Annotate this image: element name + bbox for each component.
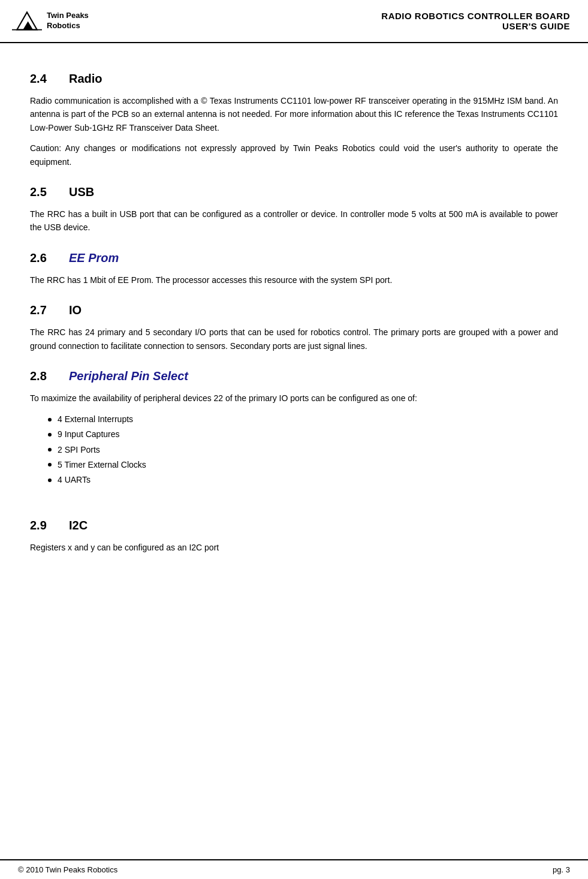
list-item: 4 External Interrupts xyxy=(48,412,558,427)
header-title-line1: RADIO ROBOTICS CONTROLLER BOARD xyxy=(381,11,570,21)
bullet-dot xyxy=(48,478,52,482)
bullet-dot xyxy=(48,448,52,451)
section-2-7-heading: 2.7 IO xyxy=(30,303,558,317)
bullet-text-1: 4 External Interrupts xyxy=(58,412,133,427)
section-2-5-para-1: The RRC has a built in USB port that can… xyxy=(30,207,558,234)
bullet-dot xyxy=(48,463,52,466)
logo-area: Twin Peaks Robotics xyxy=(12,6,89,36)
section-2-8-heading: 2.8 Peripheral Pin Select xyxy=(30,369,558,383)
list-item: 5 Timer External Clocks xyxy=(48,457,558,472)
section-2-4-title: Radio xyxy=(69,72,102,86)
section-2-4-para-2: Caution: Any changes or modifications no… xyxy=(30,142,558,168)
bullet-dot xyxy=(48,418,52,422)
bullet-dot xyxy=(48,433,52,437)
bullet-text-3: 2 SPI Ports xyxy=(58,442,100,457)
section-2-8-title: Peripheral Pin Select xyxy=(69,369,188,383)
section-2-7-title: IO xyxy=(69,303,82,317)
section-2-5-heading: 2.5 USB xyxy=(30,185,558,199)
section-2-8-number: 2.8 xyxy=(30,369,57,383)
main-content: 2.4 Radio Radio communication is accompl… xyxy=(0,43,588,859)
footer-copyright: © 2010 Twin Peaks Robotics xyxy=(18,865,117,874)
page-footer: © 2010 Twin Peaks Robotics pg. 3 xyxy=(0,859,588,879)
section-2-4-heading: 2.4 Radio xyxy=(30,72,558,86)
section-2-7-number: 2.7 xyxy=(30,303,57,317)
section-2-8-para-1: To maximize the availability of peripher… xyxy=(30,392,558,405)
page-header: Twin Peaks Robotics RADIO ROBOTICS CONTR… xyxy=(0,0,588,43)
section-2-5-number: 2.5 xyxy=(30,185,57,199)
section-2-7-para-1: The RRC has 24 primary and 5 secondary I… xyxy=(30,326,558,353)
section-2-9-heading: 2.9 I2C xyxy=(30,519,558,532)
svg-marker-1 xyxy=(23,21,33,29)
page-container: Twin Peaks Robotics RADIO ROBOTICS CONTR… xyxy=(0,0,588,879)
section-2-6-para-1: The RRC has 1 Mbit of EE Prom. The proce… xyxy=(30,273,558,287)
section-2-6-number: 2.6 xyxy=(30,251,57,265)
logo-line1: Twin Peaks xyxy=(47,11,89,21)
bullet-text-2: 9 Input Captures xyxy=(58,427,120,442)
list-item: 2 SPI Ports xyxy=(48,442,558,457)
section-2-4-para-1: Radio communication is accomplished with… xyxy=(30,94,558,134)
bullet-text-5: 4 UARTs xyxy=(58,472,91,487)
footer-page-number: pg. 3 xyxy=(553,865,570,874)
peripheral-bullet-list: 4 External Interrupts 9 Input Captures 2… xyxy=(48,412,558,487)
header-title: RADIO ROBOTICS CONTROLLER BOARD USER'S G… xyxy=(381,11,570,31)
logo-line2: Robotics xyxy=(47,21,89,31)
section-2-6-heading: 2.6 EE Prom xyxy=(30,251,558,265)
header-title-line2: USER'S GUIDE xyxy=(381,21,570,31)
list-item: 4 UARTs xyxy=(48,472,558,487)
bullet-text-4: 5 Timer External Clocks xyxy=(58,457,146,472)
list-item: 9 Input Captures xyxy=(48,427,558,442)
logo-icon xyxy=(12,6,42,36)
section-2-9-number: 2.9 xyxy=(30,519,57,532)
section-2-5-title: USB xyxy=(69,185,94,199)
section-2-4-number: 2.4 xyxy=(30,72,57,86)
section-2-6-title: EE Prom xyxy=(69,251,119,265)
logo-text: Twin Peaks Robotics xyxy=(47,11,89,31)
section-2-9-para-1: Registers x and y can be configured as a… xyxy=(30,541,558,554)
section-2-9-title: I2C xyxy=(69,519,88,532)
